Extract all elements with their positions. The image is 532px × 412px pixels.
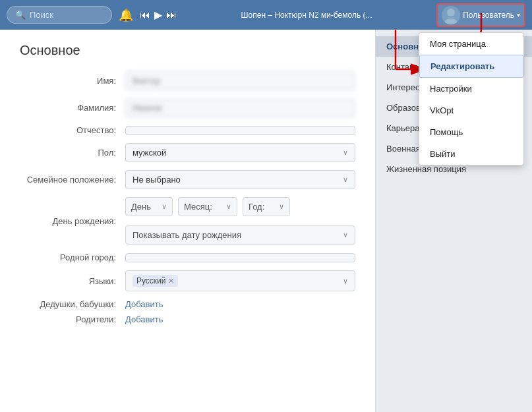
birthday-visibility-select[interactable]: Показывать дату рождения ∨ <box>125 225 355 245</box>
marital-row: Семейное положение: Не выбрано ∨ <box>20 170 355 189</box>
surname-input[interactable]: Иванов <box>125 98 355 117</box>
dropdown-item-logout[interactable]: Выйти <box>419 143 523 165</box>
chevron-down-icon: ∨ <box>162 202 167 211</box>
birthday-selects: День ∨ Месяц: ∨ Год: ∨ <box>125 197 355 216</box>
user-menu-button[interactable]: Пользователь ▾ Моя страница Редактироват… <box>436 3 525 27</box>
hometown-label: Родной город: <box>20 252 125 262</box>
grandparents-add-link[interactable]: Добавить <box>125 299 163 309</box>
marital-label: Семейное положение: <box>20 175 125 185</box>
marital-value: Не выбрано <box>133 175 181 185</box>
dropdown-item-vkopt[interactable]: VkOpt <box>419 100 523 121</box>
next-track-icon[interactable]: ⏭ <box>166 9 177 21</box>
surname-label: Фамилия: <box>20 103 125 113</box>
dropdown-menu: Моя страница Редактировать Настройки VkO… <box>419 32 524 165</box>
header: 🔍 🔔 ⏮ ▶ ⏭ Шопен – Ноктюрн N2 ми-бемоль (… <box>0 0 532 30</box>
patronymic-row: Отчество: <box>20 125 355 135</box>
form-panel: Основное Имя: Виктор Фамилия: Иванов Отч… <box>0 30 376 412</box>
birthday-show-label: Показывать дату рождения <box>133 230 241 240</box>
birthday-row: День рождения: День ∨ Месяц: ∨ Год: ∨ <box>20 197 355 245</box>
gender-label: Пол: <box>20 148 125 158</box>
notification-bell-icon[interactable]: 🔔 <box>119 8 133 22</box>
chevron-down-icon: ∨ <box>226 202 231 211</box>
form-title: Основное <box>20 43 355 58</box>
user-name: Пользователь <box>463 11 514 20</box>
player-track: Шопен – Ноктюрн N2 ми-бемоль (... <box>183 11 430 20</box>
chevron-down-icon: ∨ <box>343 231 348 239</box>
name-label: Имя: <box>20 76 125 86</box>
hometown-row: Родной город: <box>20 252 355 262</box>
name-row: Имя: Виктор <box>20 71 355 90</box>
parents-add-link[interactable]: Добавить <box>125 314 163 324</box>
patronymic-input[interactable] <box>125 126 355 135</box>
birthday-label: День рождения: <box>20 216 125 226</box>
birthday-month-select[interactable]: Месяц: ∨ <box>178 197 237 216</box>
search-icon: 🔍 <box>15 10 26 20</box>
language-tag-label: Русский <box>136 276 166 285</box>
svg-point-0 <box>447 9 455 16</box>
svg-point-1 <box>444 18 458 24</box>
name-input[interactable]: Виктор <box>125 71 355 90</box>
birthday-day-value: День <box>131 202 151 212</box>
search-box[interactable]: 🔍 <box>7 6 112 24</box>
gender-value: мужской <box>133 148 166 158</box>
avatar <box>442 6 460 24</box>
hometown-input[interactable] <box>125 253 355 262</box>
dropdown-item-edit[interactable]: Редактировать <box>419 55 523 78</box>
languages-input[interactable]: Русский ✕ ∨ <box>125 270 355 291</box>
patronymic-label: Отчество: <box>20 125 125 135</box>
prev-track-icon[interactable]: ⏮ <box>140 9 150 21</box>
birthday-year-select[interactable]: Год: ∨ <box>243 197 290 216</box>
grandparents-label: Дедушки, бабушки: <box>20 299 125 309</box>
chevron-down-icon: ∨ <box>343 148 348 157</box>
relatives-section: Дедушки, бабушки: Добавить Родители: Доб… <box>20 299 355 324</box>
play-icon[interactable]: ▶ <box>154 9 162 21</box>
chevron-down-icon: ∨ <box>279 202 284 211</box>
languages-label: Языки: <box>20 276 125 286</box>
language-tag: Русский ✕ <box>133 275 178 287</box>
chevron-down-icon: ▾ <box>517 11 520 18</box>
parents-label: Родители: <box>20 314 125 324</box>
gender-select[interactable]: мужской ∨ <box>125 143 355 162</box>
dropdown-item-my-page[interactable]: Моя страница <box>419 33 523 55</box>
surname-row: Фамилия: Иванов <box>20 98 355 117</box>
gender-row: Пол: мужской ∨ <box>20 143 355 162</box>
search-input[interactable] <box>30 10 109 20</box>
birthday-day-select[interactable]: День ∨ <box>125 197 173 216</box>
chevron-down-icon: ∨ <box>343 277 348 285</box>
grandparents-row: Дедушки, бабушки: Добавить <box>20 299 355 309</box>
birthday-year-value: Год: <box>249 202 264 212</box>
marital-select[interactable]: Не выбрано ∨ <box>125 170 355 189</box>
dropdown-item-settings[interactable]: Настройки <box>419 78 523 100</box>
remove-language-icon[interactable]: ✕ <box>168 277 174 285</box>
player-controls: ⏮ ▶ ⏭ <box>140 9 177 21</box>
parents-row: Родители: Добавить <box>20 314 355 324</box>
dropdown-item-help[interactable]: Помощь <box>419 121 523 143</box>
birthday-month-value: Месяц: <box>184 202 212 212</box>
languages-row: Языки: Русский ✕ ∨ <box>20 270 355 291</box>
chevron-down-icon: ∨ <box>343 175 348 184</box>
